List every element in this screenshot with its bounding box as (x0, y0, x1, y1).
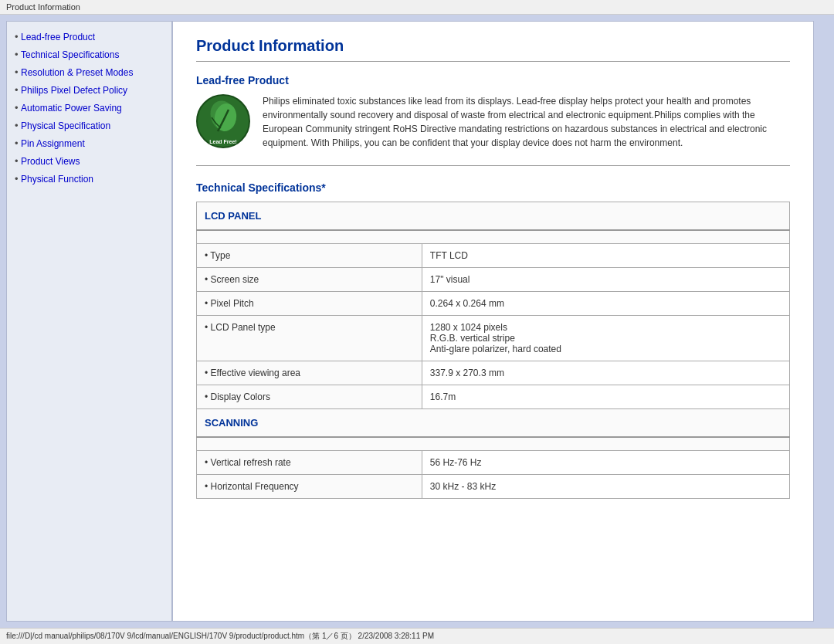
lead-free-section: Lead-free Product Lead Free! Philips eli… (196, 74, 790, 166)
row-value-screen-size: 17" visual (422, 268, 789, 292)
row-value-horizontal-freq: 30 kHz - 83 kHz (422, 475, 789, 499)
row-label-type: • Type (197, 244, 422, 268)
lcd-panel-header: LCD PANEL (197, 202, 790, 231)
table-row-viewing-area: • Effective viewing area 337.9 x 270.3 m… (197, 361, 790, 385)
row-label-vertical-refresh: • Vertical refresh rate (197, 451, 422, 475)
page-title: Product Information (196, 37, 790, 62)
sidebar-item-resolution[interactable]: Resolution & Preset Modes (15, 66, 164, 78)
sidebar-item-product-views[interactable]: Product Views (15, 155, 164, 167)
svg-text:Lead Free!: Lead Free! (209, 139, 236, 144)
sidebar-item-pixel-defect[interactable]: Philips Pixel Defect Policy (15, 84, 164, 96)
status-bar: file:///D|/cd manual/philips/08/170V 9/l… (0, 628, 834, 644)
sidebar-item-physical-function[interactable]: Physical Function (15, 173, 164, 185)
lead-free-title: Lead-free Product (196, 74, 790, 86)
row-label-display-colors: • Display Colors (197, 385, 422, 409)
sidebar-item-lead-free[interactable]: Lead-free Product (15, 31, 164, 42)
sidebar-item-power-saving[interactable]: Automatic Power Saving (15, 102, 164, 114)
lcd-panel-header-row: LCD PANEL (197, 202, 790, 231)
title-bar: Product Information (0, 0, 834, 15)
row-value-viewing-area: 337.9 x 270.3 mm (422, 361, 789, 385)
sidebar-item-physical-spec[interactable]: Physical Specification (15, 120, 164, 131)
row-value-pixel-pitch: 0.264 x 0.264 mm (422, 292, 789, 316)
lead-free-logo: Lead Free! (196, 94, 250, 148)
sidebar-item-pin-assignment[interactable]: Pin Assignment (15, 137, 164, 149)
content-area: Product Information Lead-free Product Le… (172, 21, 814, 622)
sidebar-nav: Lead-free Product Technical Specificatio… (15, 31, 164, 185)
spacer-scanning (197, 437, 790, 451)
row-label-viewing-area: • Effective viewing area (197, 361, 422, 385)
lead-free-text: Philips eliminated toxic substances like… (263, 94, 790, 150)
row-value-display-colors: 16.7m (422, 385, 789, 409)
scanning-header: SCANNING (197, 409, 790, 438)
title-bar-text: Product Information (6, 2, 80, 12)
row-label-pixel-pitch: • Pixel Pitch (197, 292, 422, 316)
specs-table: LCD PANEL • Type TFT LCD • Screen size 1… (196, 202, 790, 499)
sidebar-item-tech-specs[interactable]: Technical Specifications (15, 49, 164, 60)
table-row-vertical-refresh: • Vertical refresh rate 56 Hz-76 Hz (197, 451, 790, 475)
row-label-lcd-panel-type: • LCD Panel type (197, 316, 422, 361)
tech-specs-title: Technical Specifications* (196, 181, 790, 194)
status-bar-text: file:///D|/cd manual/philips/08/170V 9/l… (6, 632, 434, 640)
lead-free-content: Lead Free! Philips eliminated toxic subs… (196, 94, 790, 166)
table-row-pixel-pitch: • Pixel Pitch 0.264 x 0.264 mm (197, 292, 790, 316)
row-label-horizontal-freq: • Horizontal Frequency (197, 475, 422, 499)
table-row-lcd-panel-type: • LCD Panel type 1280 x 1024 pixels R.G.… (197, 316, 790, 361)
row-value-type: TFT LCD (422, 244, 789, 268)
row-value-vertical-refresh: 56 Hz-76 Hz (422, 451, 789, 475)
spacer-lcd (197, 230, 790, 244)
table-row-display-colors: • Display Colors 16.7m (197, 385, 790, 409)
right-bar (814, 21, 828, 622)
table-row-type: • Type TFT LCD (197, 244, 790, 268)
scanning-header-row: SCANNING (197, 409, 790, 438)
sidebar: Lead-free Product Technical Specificatio… (6, 21, 172, 622)
tech-specs-section: Technical Specifications* LCD PANEL • Ty… (196, 181, 790, 499)
row-label-screen-size: • Screen size (197, 268, 422, 292)
table-row-horizontal-freq: • Horizontal Frequency 30 kHz - 83 kHz (197, 475, 790, 499)
table-row-screen-size: • Screen size 17" visual (197, 268, 790, 292)
row-value-lcd-panel-type: 1280 x 1024 pixels R.G.B. vertical strip… (422, 316, 789, 361)
